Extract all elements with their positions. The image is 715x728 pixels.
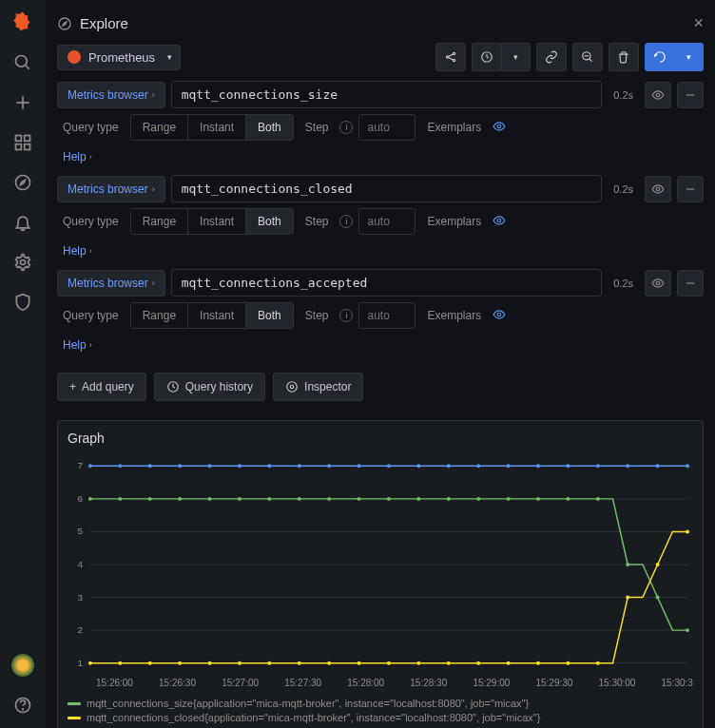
both-option[interactable]: Both [246,209,293,234]
page-title: Explore [80,15,128,31]
svg-rect-5 [25,136,30,142]
legend: mqtt_connections_size{application="mica-… [68,698,693,728]
compass-icon[interactable] [11,171,34,194]
range-option[interactable]: Range [131,303,188,328]
legend-label: mqtt_connections_size{application="mica-… [87,698,529,709]
run-dropdown-button[interactable]: ▾ [675,43,704,71]
svg-point-88 [626,596,629,600]
search-icon[interactable] [11,51,34,74]
metrics-browser-button[interactable]: Metrics browser › [57,176,165,202]
query-block: Metrics browser › mqtt_connections_close… [57,175,704,261]
main-content: Explore × Prometheus ▾ ▾ [46,0,715,728]
chevron-right-icon: › [89,246,92,256]
help-icon[interactable] [11,694,34,717]
svg-text:1: 1 [77,658,83,668]
info-icon[interactable]: i [339,215,353,228]
svg-point-82 [447,661,451,665]
help-link[interactable]: Help › [57,240,98,261]
remove-query-button[interactable] [677,176,704,202]
both-option[interactable]: Both [246,115,293,140]
range-option[interactable]: Range [131,209,188,234]
svg-point-103 [447,464,451,468]
link-button[interactable] [536,43,567,71]
query-input[interactable]: mqtt_connections_closed [171,175,603,202]
time-picker-button[interactable] [472,43,502,71]
exemplars-toggle[interactable] [493,120,506,136]
chart-area[interactable]: 1234567 [68,455,693,674]
time-dropdown-button[interactable]: ▾ [502,43,531,71]
info-icon[interactable]: i [339,121,353,134]
svg-point-33 [290,385,294,389]
svg-point-67 [626,563,629,566]
query-input[interactable]: mqtt_connections_size [171,81,603,108]
remove-query-button[interactable] [677,82,704,108]
legend-item[interactable]: mqtt_connections_closed{application="mic… [68,712,693,723]
svg-point-74 [208,661,212,665]
query-editor-list: Metrics browser › mqtt_connections_size … [57,81,704,363]
info-icon[interactable]: i [339,309,353,322]
instant-option[interactable]: Instant [188,209,246,234]
add-query-button[interactable]: + Add query [57,373,146,401]
nav-sidebar [0,0,46,728]
run-query-button[interactable] [645,43,675,71]
svg-point-68 [656,596,660,600]
svg-point-52 [178,497,182,501]
step-input[interactable] [358,302,415,329]
step-input[interactable] [358,208,415,235]
instant-option[interactable]: Instant [188,303,246,328]
svg-point-81 [416,661,420,665]
toggle-visibility-button[interactable] [645,270,671,297]
grafana-logo-icon[interactable] [10,10,35,34]
help-link[interactable]: Help › [57,146,98,167]
svg-point-61 [447,497,451,501]
svg-point-86 [566,661,570,665]
datasource-picker[interactable]: Prometheus ▾ [57,45,181,70]
x-tick-label: 15:29:00 [473,678,510,688]
toggle-visibility-button[interactable] [645,82,671,108]
svg-point-57 [327,497,331,501]
svg-point-75 [238,661,242,665]
inspector-icon [285,380,299,393]
help-link[interactable]: Help › [57,335,98,355]
clear-button[interactable] [609,43,639,71]
instant-option[interactable]: Instant [188,115,246,140]
metrics-browser-button[interactable]: Metrics browser › [57,82,165,108]
inspector-button[interactable]: Inspector [273,373,363,401]
remove-query-button[interactable] [677,270,704,297]
bell-icon[interactable] [11,211,34,234]
svg-point-12 [23,709,24,710]
svg-point-34 [287,382,298,393]
svg-point-87 [596,661,600,665]
shield-icon[interactable] [11,291,34,314]
svg-point-71 [118,661,122,665]
query-timing: 0.2s [608,278,639,289]
query-history-button[interactable]: Query history [154,373,265,401]
query-actions: + Add query Query history Inspector [57,373,704,401]
plus-icon[interactable] [11,91,34,114]
query-type-label: Query type [57,114,125,141]
query-input[interactable]: mqtt_connections_accepted [171,269,603,297]
range-option[interactable]: Range [131,115,188,140]
svg-line-19 [449,58,454,60]
metrics-browser-button[interactable]: Metrics browser › [57,270,165,297]
svg-point-111 [686,464,689,468]
query-type-toggle: Range Instant Both [130,208,294,235]
exemplars-toggle[interactable] [493,214,506,230]
toggle-visibility-button[interactable] [645,176,671,202]
avatar[interactable] [11,654,34,677]
svg-point-10 [21,260,26,265]
svg-point-96 [238,464,242,468]
close-icon[interactable]: × [693,13,704,33]
both-option[interactable]: Both [246,303,293,328]
query-block: Metrics browser › mqtt_connections_accep… [57,269,704,355]
share-button[interactable] [435,43,466,71]
legend-item[interactable]: mqtt_connections_size{application="mica-… [68,698,693,709]
svg-point-83 [476,661,480,665]
step-label: Step [300,114,335,141]
dashboards-icon[interactable] [11,131,34,154]
svg-point-8 [16,176,30,190]
exemplars-toggle[interactable] [493,308,506,324]
gear-icon[interactable] [11,251,34,274]
step-input[interactable] [358,114,415,141]
zoom-out-button[interactable] [572,43,603,71]
